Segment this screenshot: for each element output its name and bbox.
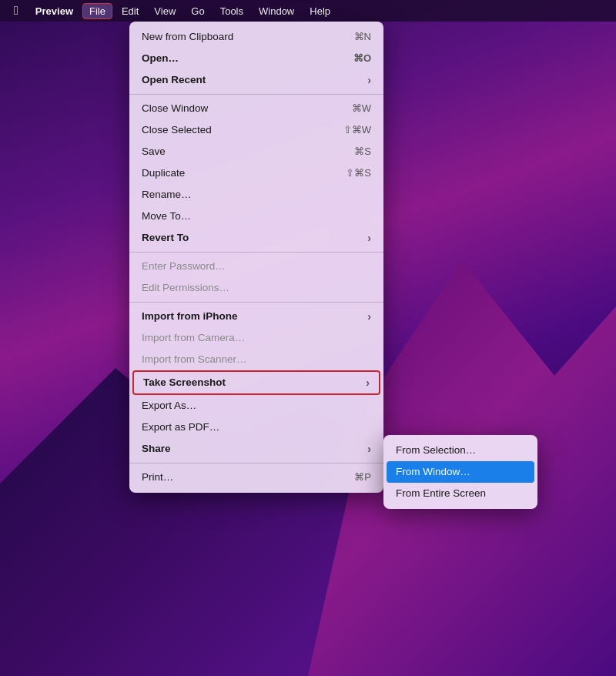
menu-item-save[interactable]: Save ⌘S — [129, 141, 383, 162]
menubar-item-edit[interactable]: Edit — [116, 4, 145, 18]
menubar-item-help[interactable]: Help — [303, 4, 336, 18]
menubar:  Preview File Edit View Go Tools Window… — [0, 0, 616, 22]
menu-item-import-camera[interactable]: Import from Camera… — [129, 327, 383, 349]
chevron-right-icon: › — [367, 308, 371, 325]
menu-item-shortcut: ⌘W — [352, 100, 371, 117]
menu-item-print[interactable]: Print… ⌘P — [129, 467, 383, 488]
screenshot-submenu: From Selection… From Window… From Entire… — [383, 435, 537, 509]
chevron-right-icon: › — [366, 374, 370, 391]
menu-item-rename[interactable]: Rename… — [129, 184, 383, 206]
menu-item-label: Close Window — [142, 100, 208, 117]
menubar-item-go[interactable]: Go — [185, 4, 210, 18]
menu-item-label: Import from iPhone — [142, 308, 238, 325]
menu-item-label: Duplicate — [142, 165, 185, 182]
menu-item-label: Export as PDF… — [142, 419, 219, 436]
menu-item-label: Share — [142, 440, 171, 457]
menu-item-move-to[interactable]: Move To… — [129, 206, 383, 227]
submenu-item-from-window[interactable]: From Window… — [387, 461, 534, 483]
menu-item-shortcut: ⇧⌘S — [346, 165, 371, 182]
menu-item-shortcut: ⌘N — [354, 28, 371, 45]
menu-item-export-as[interactable]: Export As… — [129, 395, 383, 417]
menubar-item-window[interactable]: Window — [253, 4, 300, 18]
menu-item-duplicate[interactable]: Duplicate ⇧⌘S — [129, 162, 383, 184]
menu-item-label: Close Selected — [142, 122, 212, 139]
menu-item-open-recent[interactable]: Open Recent › — [129, 69, 383, 91]
menu-item-revert-to[interactable]: Revert To › — [129, 227, 383, 249]
menu-item-label: Revert To — [142, 229, 189, 246]
menu-item-label: Print… — [142, 469, 173, 486]
menu-item-import-iphone[interactable]: Import from iPhone › — [129, 306, 383, 327]
menu-item-label: New from Clipboard — [142, 28, 233, 45]
menu-item-close-window[interactable]: Close Window ⌘W — [129, 98, 383, 119]
menu-item-label: Export As… — [142, 397, 196, 414]
menu-item-label: Enter Password… — [142, 258, 226, 275]
menu-item-shortcut: ⌘P — [354, 469, 371, 486]
menu-item-edit-permissions[interactable]: Edit Permissions… — [129, 277, 383, 299]
menu-item-shortcut: ⌘O — [353, 50, 371, 67]
menu-item-import-scanner[interactable]: Import from Scanner… — [129, 349, 383, 370]
menubar-item-file[interactable]: File — [82, 3, 112, 19]
menu-item-share[interactable]: Share › — [129, 438, 383, 460]
menu-item-take-screenshot[interactable]: Take Screenshot › — [132, 370, 380, 395]
separator-3 — [129, 302, 383, 303]
separator-2 — [129, 252, 383, 253]
submenu-item-label: From Selection… — [396, 442, 476, 459]
menubar-item-preview[interactable]: Preview — [29, 4, 79, 18]
menu-item-new-from-clipboard[interactable]: New from Clipboard ⌘N — [129, 26, 383, 48]
menu-item-enter-password[interactable]: Enter Password… — [129, 256, 383, 277]
chevron-right-icon: › — [367, 229, 371, 246]
menu-item-label: Save — [142, 143, 166, 160]
menu-item-label: Rename… — [142, 186, 192, 203]
separator-4 — [129, 463, 383, 463]
menubar-item-view[interactable]: View — [148, 4, 182, 18]
menu-item-label: Move To… — [142, 208, 191, 225]
menu-item-label: Open Recent — [142, 72, 206, 89]
menubar-item-tools[interactable]: Tools — [214, 4, 249, 18]
menu-item-label: Import from Scanner… — [142, 351, 247, 368]
menu-item-label: Import from Camera… — [142, 330, 245, 346]
menu-item-export-pdf[interactable]: Export as PDF… — [129, 417, 383, 438]
menu-item-open[interactable]: Open… ⌘O — [129, 48, 383, 69]
menu-item-shortcut: ⇧⌘W — [343, 122, 371, 139]
submenu-item-from-entire-screen[interactable]: From Entire Screen — [383, 483, 537, 504]
chevron-right-icon: › — [367, 72, 371, 89]
menu-item-close-selected[interactable]: Close Selected ⇧⌘W — [129, 119, 383, 141]
separator-1 — [129, 94, 383, 95]
apple-menu-item[interactable]:  — [6, 2, 26, 19]
menu-item-label: Take Screenshot — [143, 374, 226, 391]
submenu-item-from-selection[interactable]: From Selection… — [383, 440, 537, 461]
menu-item-shortcut: ⌘S — [354, 143, 371, 160]
submenu-item-label: From Entire Screen — [396, 485, 486, 502]
menu-item-label: Open… — [142, 50, 179, 67]
chevron-right-icon: › — [367, 440, 371, 457]
submenu-item-label: From Window… — [396, 463, 470, 480]
menu-item-label: Edit Permissions… — [142, 279, 229, 296]
file-dropdown-menu: New from Clipboard ⌘N Open… ⌘O Open Rece… — [129, 22, 383, 493]
